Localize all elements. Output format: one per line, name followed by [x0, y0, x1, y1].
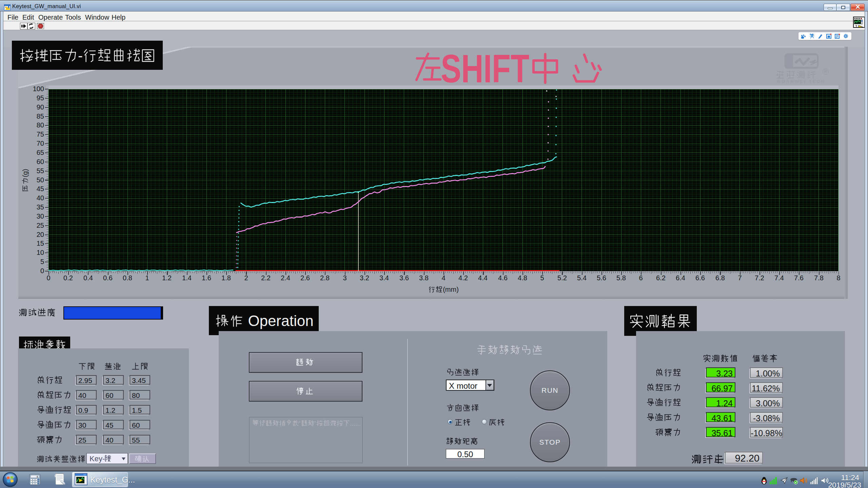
svg-text:......: ...... [350, 420, 361, 427]
svg-text:': ' [299, 420, 300, 427]
svg-text:8: 8 [37, 475, 38, 478]
svg-text:-: - [78, 47, 83, 63]
svg-text:Operation: Operation [248, 312, 313, 329]
svg-text:1: 1 [855, 24, 857, 27]
svg-text:(g): (g) [21, 169, 29, 177]
svg-text:': ' [315, 420, 316, 427]
svg-text:(mm): (mm) [443, 286, 459, 293]
svg-text:Key-: Key- [90, 454, 105, 463]
